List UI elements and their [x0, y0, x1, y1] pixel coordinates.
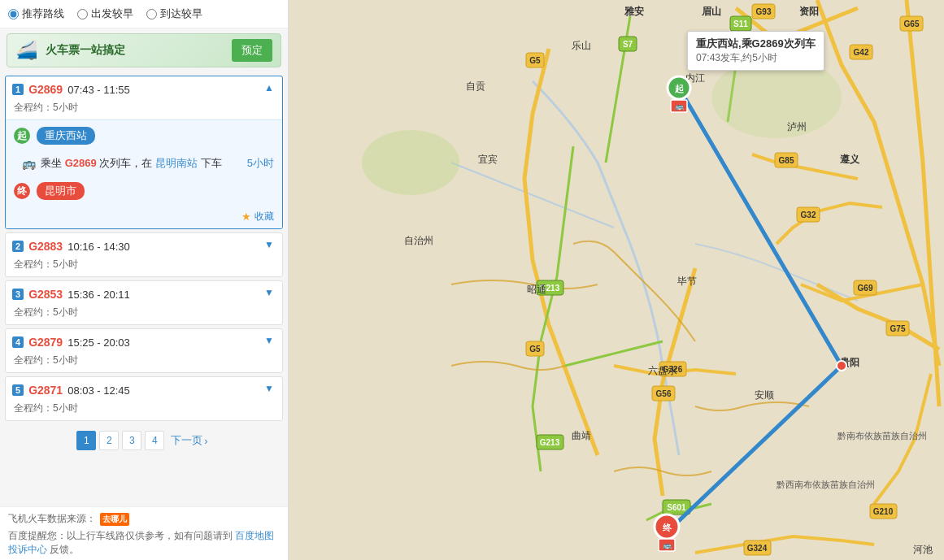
svg-text:曲靖: 曲靖	[572, 430, 591, 441]
svg-text:宜宾: 宜宾	[478, 154, 498, 165]
svg-text:起: 起	[674, 84, 684, 93]
route-card-4[interactable]: 4 G2879 15:25 - 20:03 ▼ 全程约：5小时	[5, 328, 283, 373]
svg-text:G5: G5	[529, 56, 541, 65]
svg-text:毕节: 毕节	[677, 276, 697, 287]
svg-point-65	[837, 361, 846, 371]
route-card-3[interactable]: 3 G2853 15:36 - 20:11 ▼ 全程约：5小时	[5, 280, 283, 325]
collect-button[interactable]: 收藏	[254, 210, 274, 224]
svg-text:G32: G32	[801, 211, 816, 219]
footer: 飞机火车数据来源： 去哪儿 百度提醒您：以上行车线路仅供参考，如有问题请到 百度…	[0, 506, 288, 560]
end-badge: 终	[14, 183, 30, 199]
train-num-highlight: G2869	[65, 157, 97, 169]
svg-text:G42: G42	[854, 48, 869, 57]
next-page-button[interactable]: 下一页 ›	[167, 432, 211, 449]
train-number-5: G2871	[28, 384, 63, 397]
svg-text:自治州: 自治州	[404, 235, 433, 246]
svg-rect-0	[289, 0, 944, 560]
train-banner: 🚄 火车票一站搞定 预定	[7, 33, 281, 67]
svg-text:G56: G56	[656, 389, 672, 398]
recommended-option[interactable]: 推荐路线	[8, 7, 64, 21]
step-detail-1: 🚌 乘坐 G2869 次列车，在 昆明南站 下车 5小时	[6, 151, 282, 176]
svg-text:遵义: 遵义	[840, 154, 860, 165]
step-text-1: 乘坐 G2869 次列车，在 昆明南站 下车	[41, 156, 222, 171]
step-origin-1: 起 重庆西站	[6, 120, 282, 151]
svg-text:乐山: 乐山	[572, 40, 591, 51]
train-number-2: G2883	[28, 240, 63, 253]
route-header-3: 3 G2853 15:36 - 20:11 ▼	[6, 281, 282, 304]
route-num-5: 5	[12, 384, 24, 396]
route-num-4: 4	[12, 336, 24, 348]
svg-text:眉山: 眉山	[701, 6, 721, 17]
footer-disclaimer: 百度提醒您：以上行车线路仅供参考，如有问题请到 百度地图投诉中心 反馈。	[8, 529, 280, 557]
page-2-button[interactable]: 2	[99, 431, 119, 450]
source-logo: 去哪儿	[100, 513, 129, 526]
svg-text:安顺: 安顺	[755, 389, 774, 401]
early-depart-option[interactable]: 出发较早	[77, 7, 133, 21]
route-card-2[interactable]: 2 G2883 10:16 - 14:30 ▼ 全程约：5小时	[5, 232, 283, 277]
route-header-4: 4 G2879 15:25 - 20:03 ▼	[6, 329, 282, 352]
svg-text:G5: G5	[529, 345, 541, 354]
route-duration-3: 全程约：5小时	[6, 304, 282, 324]
origin-station-name: 重庆西站	[37, 127, 95, 145]
svg-text:雅安: 雅安	[624, 6, 644, 17]
route-time-1: 07:43 - 11:55	[67, 84, 130, 96]
train-number-4: G2879	[28, 336, 63, 349]
route-num-3: 3	[12, 289, 24, 300]
route-list: 1 G2869 07:43 - 11:55 ▲ 全程约：5小时 起 重庆西站 🚌…	[0, 72, 288, 506]
route-expanded-1: 起 重庆西站 🚌 乘坐 G2869 次列车，在 昆明南站 下车 5小时 终 昆明…	[6, 119, 282, 228]
train-number-1: G2869	[28, 83, 63, 96]
route-time-5: 08:03 - 12:45	[67, 384, 130, 397]
train-number-3: G2853	[28, 288, 63, 301]
step-duration: 5小时	[247, 156, 274, 171]
map-background: G42 G65 G93 G75 G69 S7 S11 G5 G5	[289, 0, 944, 560]
svg-text:G69: G69	[858, 284, 873, 293]
recommended-label: 推荐路线	[22, 7, 64, 21]
svg-text:泸州: 泸州	[787, 121, 807, 132]
route-duration-2: 全程约：5小时	[6, 256, 282, 276]
svg-text:资阳: 资阳	[799, 6, 819, 17]
svg-point-2	[711, 57, 842, 138]
svg-text:G324: G324	[747, 544, 768, 553]
source-prefix: 飞机火车数据来源：	[8, 513, 96, 524]
route-card-5[interactable]: 5 G2871 08:03 - 12:45 ▼ 全程约：5小时	[5, 376, 283, 421]
train-icon: 🚄	[15, 40, 37, 61]
step-dest-1: 终 昆明市	[6, 176, 282, 206]
svg-text:S601: S601	[667, 503, 686, 512]
page-3-button[interactable]: 3	[122, 431, 141, 450]
early-arrive-label: 到达较早	[160, 7, 202, 21]
page-1-button[interactable]: 1	[76, 431, 96, 450]
route-time-3: 15:36 - 20:11	[67, 289, 130, 301]
dest-name-1: 昆明市	[37, 182, 85, 200]
svg-text:🚌: 🚌	[675, 102, 685, 111]
svg-text:S7: S7	[623, 40, 633, 49]
route-duration-1: 全程约：5小时	[6, 99, 282, 119]
book-button[interactable]: 预定	[232, 39, 272, 62]
svg-text:G75: G75	[890, 324, 906, 333]
footer-source: 飞机火车数据来源： 去哪儿	[8, 512, 280, 526]
route-header-1: 1 G2869 07:43 - 11:55 ▲	[6, 76, 282, 99]
svg-text:昭通: 昭通	[527, 284, 546, 295]
star-icon: ★	[241, 211, 251, 223]
expand-icon-4[interactable]: ▼	[264, 335, 274, 346]
route-card-1[interactable]: 1 G2869 07:43 - 11:55 ▲ 全程约：5小时 起 重庆西站 🚌…	[5, 76, 283, 229]
svg-text:G85: G85	[779, 156, 794, 165]
collapse-icon-1[interactable]: ▲	[264, 82, 274, 93]
footer-suffix: 反馈。	[50, 544, 79, 555]
map-container[interactable]: G42 G65 G93 G75 G69 S7 S11 G5 G5	[289, 0, 944, 560]
dest-station-link[interactable]: 昆明南站	[155, 157, 198, 169]
route-header-2: 2 G2883 10:16 - 14:30 ▼	[6, 233, 282, 256]
route-time-2: 10:16 - 14:30	[67, 241, 130, 253]
svg-text:自贡: 自贡	[466, 80, 485, 92]
page-4-button[interactable]: 4	[145, 431, 164, 450]
svg-text:黔西南布依族苗族自治州: 黔西南布依族苗族自治州	[776, 480, 875, 489]
svg-text:黔南布依族苗族自治州: 黔南布依族苗族自治州	[837, 431, 927, 441]
expand-icon-2[interactable]: ▼	[264, 239, 274, 250]
next-label: 下一页	[171, 433, 202, 448]
expand-icon-3[interactable]: ▼	[264, 287, 274, 298]
left-panel: 推荐路线 出发较早 到达较早 🚄 火车票一站搞定 预定 1 G2869 07:4…	[0, 0, 289, 560]
route-options: 推荐路线 出发较早 到达较早	[0, 0, 288, 28]
expand-icon-5[interactable]: ▼	[264, 383, 274, 394]
svg-text:G213: G213	[540, 438, 560, 447]
early-arrive-option[interactable]: 到达较早	[146, 7, 202, 21]
route-time-4: 15:25 - 20:03	[67, 336, 130, 349]
